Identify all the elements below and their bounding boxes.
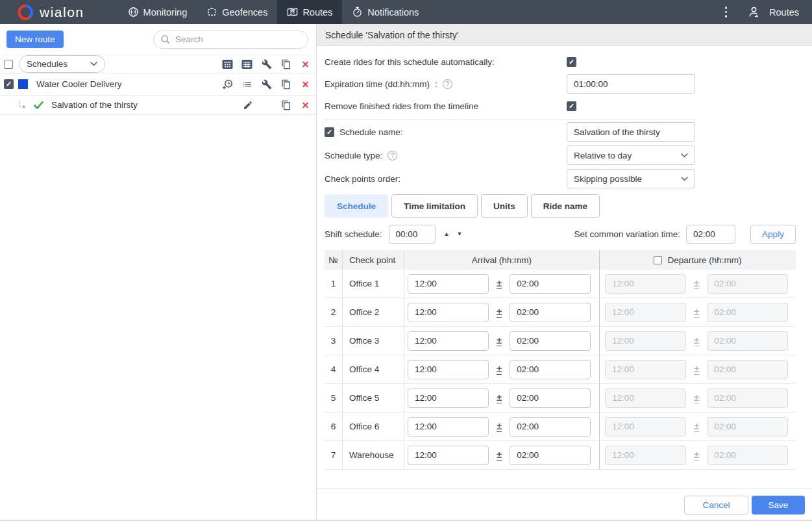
schedule-list-icon[interactable] — [241, 79, 252, 90]
tab-time-limitation[interactable]: Time limitation — [391, 194, 478, 218]
checkpoint-name: Office 3 — [343, 327, 404, 355]
wrench-icon[interactable] — [261, 58, 272, 70]
list-type-select[interactable]: Schedules — [19, 55, 105, 73]
arrival-variation-input[interactable] — [510, 446, 591, 465]
select-all-checkbox[interactable] — [4, 60, 13, 69]
plus-minus-icon: ± — [497, 392, 502, 404]
schedule-type-value: Relative to day — [574, 151, 632, 160]
cancel-button[interactable]: Cancel — [684, 496, 748, 515]
checkpoint-name: Office 5 — [343, 384, 404, 412]
copy-icon[interactable] — [280, 99, 291, 110]
help-icon[interactable]: ? — [443, 79, 452, 89]
arrival-cell: ± — [404, 355, 600, 383]
remove-finished-label: Remove finished rides from the timeline — [325, 101, 567, 111]
copy-icon[interactable] — [280, 79, 291, 90]
arrival-time-input[interactable] — [408, 274, 489, 294]
checkpoint-row: 3 Office 3 ± ± — [325, 327, 796, 355]
panel-title: Schedule 'Salvation of the thirsty' — [317, 24, 812, 46]
user-menu[interactable]: Routes — [748, 6, 799, 18]
chevron-down-icon — [681, 177, 688, 181]
checkpoint-row: 6 Office 6 ± ± — [325, 413, 796, 441]
plus-minus-icon: ± — [497, 278, 502, 290]
checkpoints-order-select[interactable]: Skipping possible — [567, 169, 695, 188]
arrival-time-input[interactable] — [408, 303, 489, 322]
col-arrival-header: Arrival (hh:mm) — [404, 250, 600, 270]
arrival-time-input[interactable] — [408, 417, 489, 437]
arrival-time-input[interactable] — [408, 360, 489, 379]
delete-icon[interactable]: ✕ — [300, 79, 311, 90]
nav-item-label: Geofences — [222, 7, 267, 18]
checkpoints-order-value: Skipping possible — [574, 174, 642, 184]
delete-icon[interactable]: ✕ — [300, 58, 311, 70]
tab-ride-name[interactable]: Ride name — [531, 194, 600, 218]
auto-create-checkbox[interactable]: ✓ — [567, 57, 576, 67]
arrival-variation-input[interactable] — [510, 274, 591, 294]
departure-time-input — [605, 360, 686, 379]
expiration-colon: : — [435, 79, 437, 89]
wrench-icon[interactable] — [261, 79, 272, 90]
search-input[interactable] — [175, 34, 301, 44]
arrival-variation-input[interactable] — [510, 388, 591, 408]
tab-units[interactable]: Units — [481, 194, 528, 218]
route-name[interactable]: Water Cooler Delivery — [36, 79, 122, 89]
row-number: 6 — [325, 413, 343, 440]
variation-input[interactable] — [686, 225, 735, 244]
plus-minus-icon: ± — [694, 307, 699, 318]
arrival-variation-input[interactable] — [510, 331, 591, 351]
more-menu-icon[interactable] — [721, 4, 732, 20]
departure-variation-input — [707, 446, 788, 465]
sidebar-toolbar: New route — [0, 24, 316, 55]
departure-time-input — [605, 303, 686, 322]
arrival-time-input[interactable] — [408, 331, 489, 351]
departure-time-input — [605, 274, 686, 294]
plus-minus-icon: ± — [497, 335, 502, 347]
apply-button[interactable]: Apply — [750, 225, 796, 244]
route-row[interactable]: ✓ Water Cooler Delivery — [0, 73, 316, 95]
nav-item-routes[interactable]: Routes — [277, 0, 342, 24]
schedule-type-select[interactable]: Relative to day — [567, 146, 695, 165]
user-switch-icon — [748, 6, 760, 18]
route-checkbox[interactable]: ✓ — [4, 79, 14, 89]
arrival-variation-input[interactable] — [510, 303, 591, 322]
copy-icon[interactable] — [280, 58, 291, 70]
arrival-variation-input[interactable] — [510, 360, 591, 379]
spacer — [262, 100, 272, 110]
edit-pencil-icon[interactable] — [242, 99, 253, 110]
row-number: 5 — [325, 384, 343, 412]
stopwatch-icon — [352, 6, 363, 18]
tab-schedule[interactable]: Schedule — [325, 194, 388, 218]
schedule-name-checkbox[interactable]: ✓ — [325, 127, 334, 137]
auto-create-label: Create rides for this schedule automatic… — [325, 57, 567, 67]
delete-icon[interactable]: ✕ — [300, 99, 311, 110]
remove-finished-checkbox[interactable]: ✓ — [567, 101, 576, 111]
schedule-row[interactable]: Salvation of the thirsty ✕ — [0, 95, 316, 115]
spin-down-icon[interactable]: ▼ — [456, 231, 462, 237]
nav-item-monitoring[interactable]: Monitoring — [118, 0, 197, 24]
tree-branch-icon — [18, 101, 26, 109]
departure-cell: ± — [600, 413, 796, 440]
add-schedule-clock-icon[interactable] — [222, 79, 233, 90]
geofence-icon — [206, 6, 217, 18]
spin-up-icon[interactable]: ▲ — [444, 231, 450, 237]
calendar-grid-icon[interactable] — [241, 58, 252, 70]
save-button[interactable]: Save — [752, 496, 805, 515]
calendar-dots-icon[interactable] — [222, 58, 233, 70]
list-header-row: Schedules — [0, 55, 316, 73]
new-route-button[interactable]: New route — [6, 31, 64, 48]
chevron-down-icon — [681, 153, 688, 158]
departure-enable-checkbox[interactable] — [654, 256, 662, 264]
nav-item-geofences[interactable]: Geofences — [197, 0, 277, 24]
help-icon[interactable]: ? — [388, 151, 397, 160]
shift-schedule-input[interactable] — [389, 225, 436, 244]
arrival-cell: ± — [404, 298, 600, 326]
arrival-time-input[interactable] — [408, 446, 489, 465]
arrival-variation-input[interactable] — [510, 417, 591, 437]
arrival-time-input[interactable] — [408, 388, 489, 408]
nav-item-notifications[interactable]: Notifications — [342, 0, 428, 24]
schedule-form: Create rides for this schedule automatic… — [317, 46, 812, 470]
arrival-cell: ± — [404, 270, 600, 298]
expiration-input[interactable] — [567, 74, 695, 94]
schedule-name[interactable]: Salvation of the thirsty — [51, 100, 138, 110]
schedule-name-input[interactable] — [567, 122, 695, 142]
plus-minus-icon: ± — [694, 392, 699, 404]
